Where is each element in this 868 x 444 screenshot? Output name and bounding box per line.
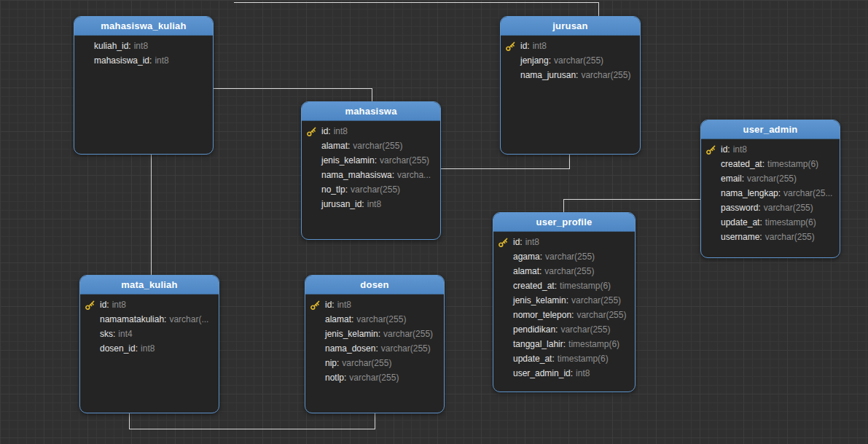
field-type: varchar(255) [581, 70, 630, 80]
field-name: id: [721, 144, 730, 155]
field-type: timestamp(6) [558, 354, 609, 364]
entity-title[interactable]: dosen [305, 276, 444, 295]
field-name: mahasiswa_id: [94, 55, 152, 66]
entity-title[interactable]: jurusan [501, 17, 640, 36]
field-name: tanggal_lahir: [513, 339, 566, 349]
diagram-canvas[interactable]: mahasiswa_kuliahkuliah_id:int8mahasiswa_… [0, 0, 868, 444]
field-type: varchar(255) [554, 55, 603, 66]
entity-field-list: kuliah_id:int8mahasiswa_id:int8 [74, 36, 213, 68]
field-type: varchar(255) [764, 203, 813, 213]
field-name: sks: [100, 329, 115, 339]
field-row[interactable]: pendidikan:varchar(255) [493, 322, 635, 337]
connector-mahasiswa_kuliah-mahasiswa[interactable] [214, 88, 372, 101]
field-row[interactable]: jenis_kelamin:varchar(255) [305, 327, 444, 341]
field-type: varchar(255) [544, 266, 594, 276]
field-row[interactable]: alamat:varchar(255) [305, 312, 444, 327]
field-name: namamatakuliah: [100, 314, 166, 324]
entity-title[interactable]: mata_kuliah [80, 276, 219, 295]
field-type: varchar(255) [349, 373, 399, 383]
field-type: varchar(255) [353, 141, 402, 151]
entity-dosen[interactable]: dosenid:int8alamat:varchar(255)jenis_kel… [305, 275, 445, 413]
field-row[interactable]: nama_dosen:varchar(255) [305, 341, 444, 356]
field-row[interactable]: id:int8 [80, 297, 219, 312]
field-row[interactable]: user_admin_id:int8 [493, 366, 635, 381]
field-row[interactable]: id:int8 [305, 297, 444, 312]
field-type: int4 [118, 329, 132, 339]
field-row[interactable]: jenjang:varchar(255) [501, 53, 640, 68]
field-row[interactable]: password:varchar(255) [701, 200, 840, 215]
field-row[interactable]: alamat:varchar(255) [493, 264, 635, 279]
field-type: int8 [141, 343, 155, 354]
entity-title[interactable]: mahasiswa [302, 102, 440, 121]
field-type: timestamp(6) [765, 217, 816, 227]
field-row[interactable]: update_at:timestamp(6) [701, 215, 840, 230]
connector-mahasiswa-jurusan[interactable] [441, 155, 569, 168]
field-row[interactable]: notlp:varchar(255) [305, 370, 444, 385]
field-type: varchar(255) [545, 252, 595, 262]
primary-key-icon [705, 144, 721, 155]
field-name: created_at: [721, 159, 765, 169]
entity-title[interactable]: user_admin [701, 120, 840, 139]
field-row[interactable]: id:int8 [701, 142, 840, 157]
field-type: timestamp(6) [767, 159, 818, 169]
field-row[interactable]: nomor_telepon:varchar(255) [493, 308, 635, 322]
field-name: jenis_kelamin: [325, 329, 380, 339]
field-row[interactable]: jenis_kelamin:varchar(255) [302, 153, 440, 168]
entity-user_admin[interactable]: user_adminid:int8created_at:timestamp(6)… [700, 120, 840, 258]
field-row[interactable]: dosen_id:int8 [80, 341, 219, 356]
field-type: int8 [367, 199, 381, 209]
field-type: int8 [533, 41, 547, 51]
field-name: nama_lengkap: [721, 188, 781, 198]
field-row[interactable]: created_at:timestamp(6) [701, 157, 840, 171]
field-name: username: [721, 232, 762, 242]
field-row[interactable]: jenis_kelamin:varchar(255) [493, 293, 635, 308]
connector-jurusan-offscreen[interactable] [234, 2, 598, 16]
field-name: no_tlp: [321, 184, 348, 195]
field-type: varchar(255) [342, 358, 391, 368]
field-row[interactable]: jurusan_id:int8 [302, 197, 440, 211]
field-type: timestamp(6) [568, 339, 619, 349]
field-row[interactable]: no_tlp:varchar(255) [302, 182, 440, 197]
entity-field-list: id:int8created_at:timestamp(6)email:varc… [701, 139, 840, 244]
field-row[interactable]: sks:int4 [80, 327, 219, 341]
field-row[interactable]: namamatakuliah:varchar(... [80, 312, 219, 327]
field-row[interactable]: agama:varchar(255) [493, 249, 635, 264]
connector-user_admin-user_profile[interactable] [563, 199, 700, 212]
field-row[interactable]: id:int8 [493, 235, 635, 249]
field-row[interactable]: mahasiswa_id:int8 [74, 53, 213, 68]
field-name: id: [520, 41, 530, 51]
field-name: nomor_telepon: [513, 310, 574, 320]
field-name: pendidikan: [513, 324, 558, 335]
entity-mahasiswa[interactable]: mahasiswaid:int8alamat:varchar(255)jenis… [301, 101, 441, 240]
entity-user_profile[interactable]: user_profileid:int8agama:varchar(255)ala… [493, 212, 636, 392]
field-name: id: [321, 126, 331, 136]
field-row[interactable]: nama_jurusan:varchar(255) [501, 68, 640, 82]
field-name: nama_jurusan: [520, 70, 578, 80]
field-row[interactable]: id:int8 [501, 39, 640, 53]
field-row[interactable]: id:int8 [302, 124, 440, 139]
field-row[interactable]: nama_mahasiswa:varcha... [302, 168, 440, 182]
field-row[interactable]: alamat:varchar(255) [302, 139, 440, 153]
field-name: alamat: [325, 314, 353, 324]
field-row[interactable]: created_at:timestamp(6) [493, 279, 635, 293]
primary-key-icon [306, 126, 321, 137]
field-name: update_at: [513, 354, 555, 364]
entity-mata_kuliah[interactable]: mata_kuliahid:int8namamatakuliah:varchar… [79, 275, 219, 413]
field-row[interactable]: nama_lengkap:varchar(25... [701, 186, 840, 200]
field-row[interactable]: username:varchar(255) [701, 230, 840, 244]
field-type: varchar(255) [571, 295, 621, 305]
field-row[interactable]: kuliah_id:int8 [74, 39, 213, 53]
connector-mata_kuliah-dosen[interactable] [129, 413, 375, 429]
entity-field-list: id:int8jenjang:varchar(255)nama_jurusan:… [501, 36, 640, 82]
entity-field-list: id:int8alamat:varchar(255)jenis_kelamin:… [302, 121, 440, 211]
field-type: varchar(255) [381, 343, 431, 354]
field-row[interactable]: email:varchar(255) [701, 171, 840, 186]
field-type: int8 [112, 300, 126, 310]
entity-title[interactable]: mahasiswa_kuliah [74, 17, 213, 36]
field-row[interactable]: nip:varchar(255) [305, 356, 444, 370]
entity-mahasiswa_kuliah[interactable]: mahasiswa_kuliahkuliah_id:int8mahasiswa_… [74, 16, 214, 155]
field-row[interactable]: update_at:timestamp(6) [493, 351, 635, 366]
entity-jurusan[interactable]: jurusanid:int8jenjang:varchar(255)nama_j… [500, 16, 641, 155]
field-row[interactable]: tanggal_lahir:timestamp(6) [493, 337, 635, 351]
entity-title[interactable]: user_profile [493, 213, 635, 232]
